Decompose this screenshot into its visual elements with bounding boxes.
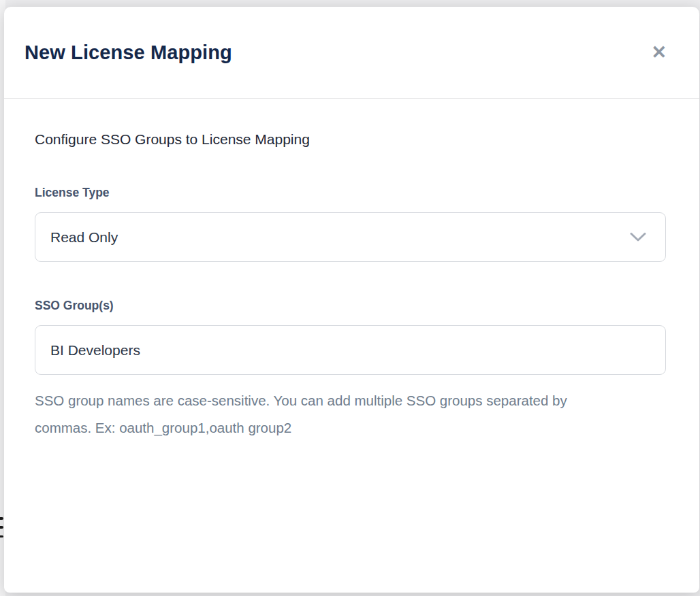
sso-groups-label: SSO Group(s)	[35, 299, 665, 313]
sso-groups-input[interactable]	[35, 325, 666, 375]
close-icon[interactable]: ✕	[648, 41, 669, 65]
modal-description: Configure SSO Groups to License Mapping	[35, 131, 665, 148]
modal-title: New License Mapping	[25, 42, 232, 64]
modal-body: Configure SSO Groups to License Mapping …	[4, 99, 699, 442]
new-license-mapping-modal: New License Mapping ✕ Configure SSO Grou…	[4, 7, 699, 593]
license-type-label: License Type	[35, 186, 665, 200]
license-type-select[interactable]: Read Only	[35, 212, 666, 262]
menu-icon	[0, 516, 3, 539]
chevron-down-icon	[630, 232, 646, 242]
sso-groups-help-text: SSO group names are case-sensitive. You …	[35, 387, 610, 442]
license-type-selected-value: Read Only	[50, 229, 118, 246]
modal-header: New License Mapping ✕	[4, 7, 699, 99]
